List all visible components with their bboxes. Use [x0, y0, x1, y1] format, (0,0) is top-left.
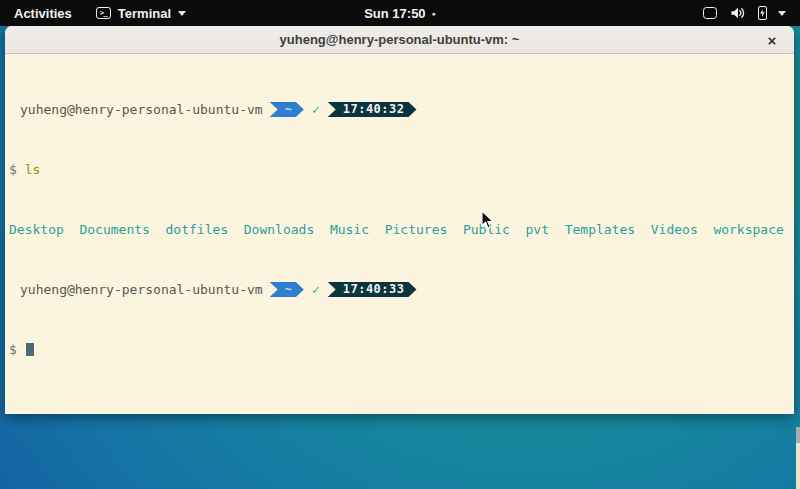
prompt-time-segment: 17:40:32 — [328, 102, 417, 117]
directory-item: Music — [330, 222, 369, 237]
prompt-path-segment: ~ — [270, 102, 304, 117]
clock[interactable]: Sun 17:50 — [364, 6, 425, 21]
prompt-symbol: $ — [9, 162, 17, 177]
window-title: yuheng@henry-personal-ubuntu-vm: ~ — [280, 32, 520, 47]
terminal-app-icon: >_ — [96, 7, 111, 19]
prompt-user-host: yuheng@henry-personal-ubuntu-vm — [20, 282, 263, 297]
directory-item: Templates — [565, 222, 635, 237]
check-icon: ✓ — [312, 102, 320, 117]
activities-button[interactable]: Activities — [0, 0, 86, 26]
current-command-line: $ — [9, 342, 790, 357]
directory-item: Downloads — [244, 222, 314, 237]
prompt-line-2: yuheng@henry-personal-ubuntu-vm ~ ✓ 17:4… — [9, 282, 790, 297]
chevron-down-icon — [778, 11, 786, 16]
top-bar: Activities >_ Terminal Sun 17:50 ● — [0, 0, 800, 26]
chevron-down-icon — [178, 11, 186, 16]
directory-item: Desktop — [9, 222, 64, 237]
mouse-cursor-icon — [481, 210, 494, 230]
text-cursor — [26, 343, 34, 356]
close-icon[interactable]: × — [760, 26, 784, 54]
notification-dot-icon: ● — [432, 10, 436, 17]
terminal-content[interactable]: yuheng@henry-personal-ubuntu-vm ~ ✓ 17:4… — [5, 54, 794, 413]
directory-item: workspace — [713, 222, 783, 237]
prompt-user-host: yuheng@henry-personal-ubuntu-vm — [20, 102, 263, 117]
directory-item: Documents — [79, 222, 149, 237]
screen-icon — [703, 7, 717, 19]
directory-item: Pictures — [385, 222, 448, 237]
directory-item: pvt — [526, 222, 549, 237]
directory-item: dotfiles — [166, 222, 229, 237]
prompt-time-segment: 17:40:33 — [328, 282, 417, 297]
directory-item: Videos — [651, 222, 698, 237]
prompt-line-1: yuheng@henry-personal-ubuntu-vm ~ ✓ 17:4… — [9, 102, 790, 117]
volume-icon — [730, 6, 745, 20]
background-window-edge — [796, 427, 800, 489]
desktop: Activities >_ Terminal Sun 17:50 ● yuhen… — [0, 0, 800, 489]
prompt-symbol: $ — [9, 342, 17, 357]
command-text: ls — [25, 162, 41, 177]
battery-charging-icon — [758, 6, 767, 20]
app-menu-terminal[interactable]: >_ Terminal — [86, 0, 196, 26]
terminal-window: yuheng@henry-personal-ubuntu-vm: ~ × yuh… — [5, 26, 794, 414]
app-menu-label: Terminal — [118, 6, 171, 21]
ls-output-line: DesktopDocumentsdotfilesDownloadsMusicPi… — [9, 222, 790, 237]
system-status-area[interactable] — [697, 0, 792, 26]
window-titlebar[interactable]: yuheng@henry-personal-ubuntu-vm: ~ × — [5, 26, 794, 54]
command-line: $ ls — [9, 162, 790, 177]
check-icon: ✓ — [312, 282, 320, 297]
prompt-path-segment: ~ — [270, 282, 304, 297]
